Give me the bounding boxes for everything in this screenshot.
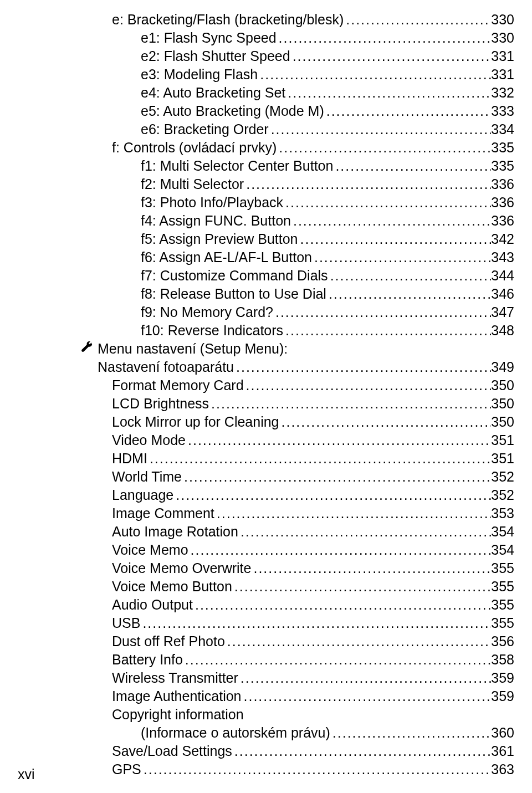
toc-entry-label: Copyright information [112,706,244,723]
toc-entry-label: f9: No Memory Card? [141,304,273,321]
toc-leader-dots [242,688,492,705]
toc-entry: f1: Multi Selector Center Button335 [18,157,514,175]
toc-entry: Auto Image Rotation354 [18,523,514,540]
toc-entry-page: 346 [491,285,514,303]
toc-entry-page: 361 [491,743,514,760]
toc-leader-dots [183,651,491,668]
toc-leader-dots [193,596,491,613]
toc-entry-label: Auto Image Rotation [112,523,238,540]
toc-entry-page: 344 [491,267,514,284]
toc-entry-label: USB [112,615,140,632]
toc-leader-dots [234,359,491,376]
toc-entry-page: 359 [491,688,514,705]
toc-entry: f: Controls (ovládací prvky)335 [18,139,514,156]
toc-entry: HDMI351 [18,450,514,467]
toc-entry: Copyright information [18,706,514,723]
toc-entry: Format Memory Card350 [18,377,514,394]
toc-entry-page: 330 [491,11,514,28]
toc-entry-page: 354 [491,523,514,540]
toc-leader-dots [238,523,491,540]
toc-leader-dots [238,669,491,687]
toc-entry-label: e5: Auto Bracketing (Mode M) [141,103,324,120]
toc-entry: Menu nastavení (Setup Menu): [18,340,514,357]
toc-entry: Lock Mirror up for Cleaning350 [18,413,514,431]
toc-entry: Battery Info358 [18,651,514,668]
toc-entry: f9: No Memory Card?347 [18,304,514,321]
toc-leader-dots [140,615,491,632]
toc-leader-dots [283,194,491,211]
toc-entry-page: 342 [491,231,514,248]
toc-leader-dots [258,66,491,83]
toc-entry: Wireless Transmitter359 [18,669,514,687]
toc-entry-page: 351 [491,432,514,449]
toc-entry-page: 332 [491,84,514,101]
toc-entry: Image Comment353 [18,505,514,522]
toc-entry: f3: Photo Info/Playback336 [18,194,514,211]
toc-entry-page: 336 [491,176,514,193]
toc-leader-dots [232,743,491,760]
toc-entry-label: Image Comment [112,505,214,522]
toc-entry-label: Voice Memo Overwrite [112,560,251,577]
toc-entry-page: 350 [491,413,514,431]
toc-entry-label: HDMI [112,450,147,467]
wrench-icon [60,341,98,354]
toc-entry-label: Voice Memo Button [112,578,232,595]
toc-entry-page: 353 [491,505,514,522]
toc-entry-label: Audio Output [112,596,193,613]
toc-entry: f4: Assign FUNC. Button336 [18,212,514,229]
toc-entry: Dust off Ref Photo356 [18,633,514,650]
toc-leader-dots [285,84,491,101]
toc-entry: e2: Flash Shutter Speed331 [18,48,514,65]
toc-entry-label: e2: Flash Shutter Speed [141,48,290,65]
toc-entry-page: 331 [491,66,514,83]
toc-entry-page: 331 [491,48,514,65]
toc-leader-dots [277,139,491,156]
toc-entry-label: f3: Photo Info/Playback [141,194,283,211]
toc-entry: f2: Multi Selector336 [18,176,514,193]
toc-leader-dots [244,176,491,193]
toc-entry-page: 350 [491,395,514,412]
toc-entry: e1: Flash Sync Speed330 [18,29,514,47]
toc-leader-dots [324,103,492,120]
toc-leader-dots [298,231,491,248]
toc-leader-dots [291,212,491,229]
toc-entry-label: Battery Info [112,651,183,668]
toc-entry-label: Menu nastavení (Setup Menu): [98,340,288,357]
toc-leader-dots [344,11,491,28]
toc-entry-label: e6: Bracketing Order [141,121,269,138]
toc-entry-label: e3: Modeling Flash [141,66,258,83]
table-of-contents: e: Bracketing/Flash (bracketing/blesk)33… [18,11,514,778]
toc-entry-label: Wireless Transmitter [112,669,238,687]
toc-leader-dots [277,29,492,47]
page-number: xvi [18,766,35,782]
toc-entry-page: 355 [491,615,514,632]
toc-entry: Save/Load Settings361 [18,743,514,760]
toc-entry-page: 330 [491,29,514,47]
toc-entry: Video Mode351 [18,432,514,449]
toc-entry-label: Format Memory Card [112,377,244,394]
toc-leader-dots [244,377,492,394]
toc-entry-label: Language [112,487,173,504]
toc-entry-label: f5: Assign Preview Button [141,231,298,248]
toc-entry-label: f6: Assign AE-L/AF-L Button [141,249,312,266]
toc-entry-label: LCD Brightness [112,395,209,412]
toc-entry: Nastavení fotoaparátu349 [18,359,514,376]
toc-leader-dots [214,505,491,522]
toc-leader-dots [225,633,491,650]
toc-entry-label: f8: Release Button to Use Dial [141,285,326,303]
toc-leader-dots [283,322,491,339]
toc-entry-page: 355 [491,560,514,577]
toc-entry: Voice Memo354 [18,541,514,559]
toc-entry-page: 352 [491,468,514,485]
toc-entry-page: 358 [491,651,514,668]
toc-entry: LCD Brightness350 [18,395,514,412]
toc-entry-label: (Informace o autorském právu) [141,724,330,741]
wrench-icon [81,341,93,354]
toc-entry: e5: Auto Bracketing (Mode M)333 [18,103,514,120]
toc-entry-page: 334 [491,121,514,138]
toc-entry-page: 336 [491,212,514,229]
toc-entry: e3: Modeling Flash331 [18,66,514,83]
toc-entry-label: Image Authentication [112,688,242,705]
toc-leader-dots [269,121,492,138]
toc-entry-label: e4: Auto Bracketing Set [141,84,285,101]
